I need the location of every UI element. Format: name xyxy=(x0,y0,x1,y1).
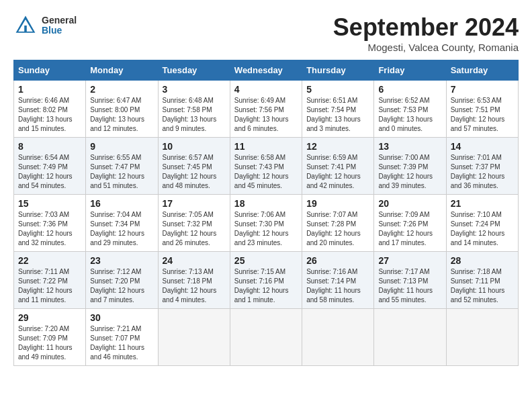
calendar-cell: 16Sunrise: 7:04 AM Sunset: 7:34 PM Dayli… xyxy=(86,195,158,252)
logo-icon xyxy=(13,13,38,38)
day-info: Sunrise: 6:49 AM Sunset: 7:56 PM Dayligh… xyxy=(234,96,298,134)
calendar-cell: 22Sunrise: 7:11 AM Sunset: 7:22 PM Dayli… xyxy=(14,252,86,309)
calendar-cell: 1Sunrise: 6:46 AM Sunset: 8:02 PM Daylig… xyxy=(14,81,86,138)
day-number: 17 xyxy=(163,198,226,209)
calendar-cell xyxy=(230,309,302,366)
calendar-cell: 21Sunrise: 7:10 AM Sunset: 7:24 PM Dayli… xyxy=(446,195,518,252)
day-number: 8 xyxy=(18,141,81,152)
day-number: 15 xyxy=(18,198,81,209)
day-info: Sunrise: 6:55 AM Sunset: 7:47 PM Dayligh… xyxy=(90,153,153,191)
calendar-cell: 23Sunrise: 7:12 AM Sunset: 7:20 PM Dayli… xyxy=(86,252,158,309)
calendar-cell: 24Sunrise: 7:13 AM Sunset: 7:18 PM Dayli… xyxy=(158,252,230,309)
month-title: September 2024 xyxy=(333,13,519,42)
logo-text: General Blue xyxy=(42,15,77,36)
calendar-cell: 3Sunrise: 6:48 AM Sunset: 7:58 PM Daylig… xyxy=(158,81,230,138)
day-info: Sunrise: 7:13 AM Sunset: 7:18 PM Dayligh… xyxy=(163,267,226,305)
calendar-cell xyxy=(446,309,518,366)
week-row: 22Sunrise: 7:11 AM Sunset: 7:22 PM Dayli… xyxy=(14,252,519,309)
day-info: Sunrise: 7:15 AM Sunset: 7:16 PM Dayligh… xyxy=(234,267,298,305)
logo-general: General xyxy=(42,15,77,26)
col-header-tuesday: Tuesday xyxy=(158,60,230,81)
day-number: 14 xyxy=(451,141,514,152)
calendar-cell: 13Sunrise: 7:00 AM Sunset: 7:39 PM Dayli… xyxy=(374,138,446,195)
calendar-cell: 30Sunrise: 7:21 AM Sunset: 7:07 PM Dayli… xyxy=(86,309,158,366)
day-number: 11 xyxy=(234,141,298,152)
day-number: 13 xyxy=(378,141,441,152)
calendar-cell: 8Sunrise: 6:54 AM Sunset: 7:49 PM Daylig… xyxy=(14,138,86,195)
calendar-cell xyxy=(158,309,230,366)
day-number: 6 xyxy=(378,84,441,95)
day-number: 30 xyxy=(90,312,153,323)
day-number: 28 xyxy=(451,255,514,266)
col-header-saturday: Saturday xyxy=(446,60,518,81)
day-info: Sunrise: 6:59 AM Sunset: 7:41 PM Dayligh… xyxy=(306,153,369,191)
col-header-friday: Friday xyxy=(374,60,446,81)
title-section: September 2024 Mogesti, Valcea County, R… xyxy=(333,13,519,53)
day-info: Sunrise: 7:04 AM Sunset: 7:34 PM Dayligh… xyxy=(90,210,153,248)
col-header-wednesday: Wednesday xyxy=(230,60,302,81)
page-header: General Blue September 2024 Mogesti, Val… xyxy=(13,13,519,53)
week-row: 8Sunrise: 6:54 AM Sunset: 7:49 PM Daylig… xyxy=(14,138,519,195)
calendar-cell: 5Sunrise: 6:51 AM Sunset: 7:54 PM Daylig… xyxy=(302,81,374,138)
day-info: Sunrise: 6:46 AM Sunset: 8:02 PM Dayligh… xyxy=(18,96,81,134)
day-number: 7 xyxy=(451,84,514,95)
calendar-cell: 9Sunrise: 6:55 AM Sunset: 7:47 PM Daylig… xyxy=(86,138,158,195)
calendar-cell: 25Sunrise: 7:15 AM Sunset: 7:16 PM Dayli… xyxy=(230,252,302,309)
day-number: 19 xyxy=(306,198,369,209)
calendar-cell: 4Sunrise: 6:49 AM Sunset: 7:56 PM Daylig… xyxy=(230,81,302,138)
day-info: Sunrise: 6:58 AM Sunset: 7:43 PM Dayligh… xyxy=(234,153,298,191)
day-number: 27 xyxy=(378,255,441,266)
calendar-cell: 18Sunrise: 7:06 AM Sunset: 7:30 PM Dayli… xyxy=(230,195,302,252)
week-row: 29Sunrise: 7:20 AM Sunset: 7:09 PM Dayli… xyxy=(14,309,519,366)
day-number: 21 xyxy=(451,198,514,209)
day-info: Sunrise: 6:53 AM Sunset: 7:51 PM Dayligh… xyxy=(451,96,514,134)
day-info: Sunrise: 6:48 AM Sunset: 7:58 PM Dayligh… xyxy=(163,96,226,134)
col-header-sunday: Sunday xyxy=(14,60,86,81)
day-info: Sunrise: 7:20 AM Sunset: 7:09 PM Dayligh… xyxy=(18,324,81,362)
calendar-cell: 20Sunrise: 7:09 AM Sunset: 7:26 PM Dayli… xyxy=(374,195,446,252)
day-info: Sunrise: 7:21 AM Sunset: 7:07 PM Dayligh… xyxy=(90,324,153,362)
header-row: SundayMondayTuesdayWednesdayThursdayFrid… xyxy=(14,60,519,81)
day-number: 9 xyxy=(90,141,153,152)
calendar-cell: 29Sunrise: 7:20 AM Sunset: 7:09 PM Dayli… xyxy=(14,309,86,366)
col-header-thursday: Thursday xyxy=(302,60,374,81)
calendar-cell: 26Sunrise: 7:16 AM Sunset: 7:14 PM Dayli… xyxy=(302,252,374,309)
day-number: 4 xyxy=(234,84,298,95)
day-number: 26 xyxy=(306,255,369,266)
calendar-cell: 27Sunrise: 7:17 AM Sunset: 7:13 PM Dayli… xyxy=(374,252,446,309)
day-info: Sunrise: 7:01 AM Sunset: 7:37 PM Dayligh… xyxy=(451,153,514,191)
day-info: Sunrise: 6:57 AM Sunset: 7:45 PM Dayligh… xyxy=(163,153,226,191)
day-number: 25 xyxy=(234,255,298,266)
calendar-cell: 14Sunrise: 7:01 AM Sunset: 7:37 PM Dayli… xyxy=(446,138,518,195)
logo: General Blue xyxy=(13,13,77,38)
day-info: Sunrise: 7:03 AM Sunset: 7:36 PM Dayligh… xyxy=(18,210,81,248)
calendar-cell: 7Sunrise: 6:53 AM Sunset: 7:51 PM Daylig… xyxy=(446,81,518,138)
day-info: Sunrise: 7:12 AM Sunset: 7:20 PM Dayligh… xyxy=(90,267,153,305)
day-info: Sunrise: 6:47 AM Sunset: 8:00 PM Dayligh… xyxy=(90,96,153,134)
day-info: Sunrise: 7:05 AM Sunset: 7:32 PM Dayligh… xyxy=(163,210,226,248)
day-number: 24 xyxy=(163,255,226,266)
day-info: Sunrise: 7:18 AM Sunset: 7:11 PM Dayligh… xyxy=(451,267,514,305)
day-info: Sunrise: 6:51 AM Sunset: 7:54 PM Dayligh… xyxy=(306,96,369,134)
day-info: Sunrise: 7:00 AM Sunset: 7:39 PM Dayligh… xyxy=(378,153,441,191)
day-number: 20 xyxy=(378,198,441,209)
calendar-cell: 19Sunrise: 7:07 AM Sunset: 7:28 PM Dayli… xyxy=(302,195,374,252)
calendar-cell xyxy=(374,309,446,366)
day-info: Sunrise: 7:06 AM Sunset: 7:30 PM Dayligh… xyxy=(234,210,298,248)
day-info: Sunrise: 6:52 AM Sunset: 7:53 PM Dayligh… xyxy=(378,96,441,134)
day-number: 12 xyxy=(306,141,369,152)
week-row: 1Sunrise: 6:46 AM Sunset: 8:02 PM Daylig… xyxy=(14,81,519,138)
day-info: Sunrise: 7:10 AM Sunset: 7:24 PM Dayligh… xyxy=(451,210,514,248)
calendar-cell: 15Sunrise: 7:03 AM Sunset: 7:36 PM Dayli… xyxy=(14,195,86,252)
day-number: 22 xyxy=(18,255,81,266)
calendar-cell: 28Sunrise: 7:18 AM Sunset: 7:11 PM Dayli… xyxy=(446,252,518,309)
day-number: 23 xyxy=(90,255,153,266)
col-header-monday: Monday xyxy=(86,60,158,81)
calendar-cell: 10Sunrise: 6:57 AM Sunset: 7:45 PM Dayli… xyxy=(158,138,230,195)
day-number: 29 xyxy=(18,312,81,323)
calendar-cell: 6Sunrise: 6:52 AM Sunset: 7:53 PM Daylig… xyxy=(374,81,446,138)
day-number: 5 xyxy=(306,84,369,95)
calendar-cell xyxy=(302,309,374,366)
calendar-cell: 2Sunrise: 6:47 AM Sunset: 8:00 PM Daylig… xyxy=(86,81,158,138)
day-info: Sunrise: 7:16 AM Sunset: 7:14 PM Dayligh… xyxy=(306,267,369,305)
